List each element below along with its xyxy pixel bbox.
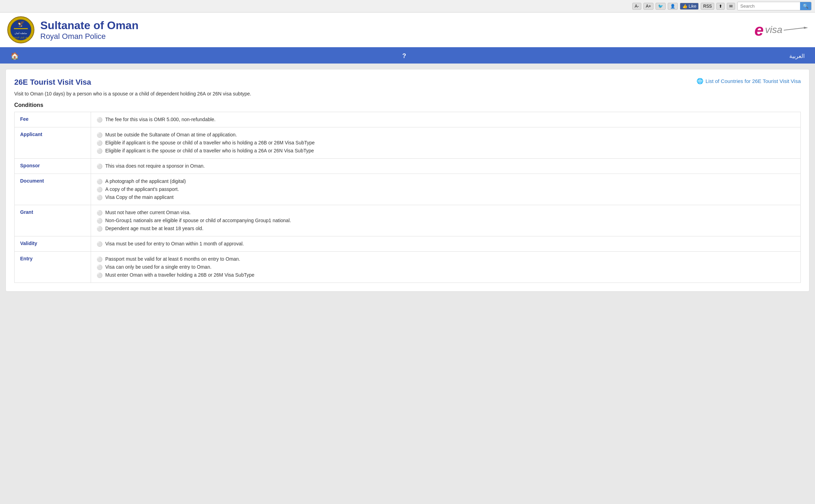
svg-text:سلطنة عُمان: سلطنة عُمان	[15, 32, 27, 35]
evisa-logo: e visa	[755, 20, 808, 40]
font-increase-button[interactable]: A+	[643, 3, 653, 10]
condition-row: Validity⚪Visa must be used for entry to …	[15, 236, 801, 252]
condition-label: Entry	[15, 252, 91, 283]
condition-item-text: Visa can only be used for a single entry…	[105, 264, 212, 270]
nav-bar: 🏠 ? العربية	[0, 48, 815, 64]
condition-item-text: Eligible if applicant is the spouse or c…	[105, 148, 314, 153]
condition-item: ⚪A copy of the applicant's passport.	[97, 185, 795, 193]
bullet-icon: ⚪	[97, 117, 102, 123]
condition-item-text: Non-Group1 nationals are eligible if spo…	[105, 218, 291, 223]
condition-row: Entry⚪Passport must be valid for at leas…	[15, 252, 801, 283]
condition-item: ⚪Visa must be used for entry to Oman wit…	[97, 240, 795, 248]
site-header: 🦅 سلطنة عُمان شرطة عُمان السلطانية Sulta…	[0, 12, 815, 48]
condition-item: ⚪Must be outside the Sultanate of Oman a…	[97, 131, 795, 139]
condition-row: Grant⚪Must not have other current Oman v…	[15, 205, 801, 236]
conditions-heading: Conditions	[14, 102, 801, 108]
search-bar: 🔍	[737, 2, 812, 10]
main-content: 26E Tourist Visit Visa 🌐 List of Countri…	[6, 69, 809, 292]
condition-item: ⚪Passport must be valid for at least 6 m…	[97, 255, 795, 263]
page-header-row: 26E Tourist Visit Visa 🌐 List of Countri…	[14, 78, 801, 87]
condition-content: ⚪Must be outside the Sultanate of Oman a…	[91, 127, 801, 159]
condition-item-text: Visa Copy of the main applicant	[105, 194, 174, 200]
myspace-button[interactable]: 👤	[668, 3, 678, 10]
condition-content: ⚪This visa does not require a sponsor in…	[91, 159, 801, 174]
bullet-icon: ⚪	[97, 140, 102, 146]
condition-label: Applicant	[15, 127, 91, 159]
evisa-e-letter: e	[755, 20, 764, 40]
condition-item: ⚪A photograph of the applicant (digital)	[97, 177, 795, 185]
condition-label: Validity	[15, 236, 91, 252]
svg-text:🦅: 🦅	[17, 20, 25, 27]
bullet-icon: ⚪	[97, 218, 102, 224]
bullet-icon: ⚪	[97, 163, 102, 169]
condition-row: Sponsor⚪This visa does not require a spo…	[15, 159, 801, 174]
condition-item: ⚪Must not have other current Oman visa.	[97, 209, 795, 217]
condition-item: ⚪Visa Copy of the main applicant	[97, 193, 795, 201]
condition-item: ⚪Must enter Oman with a traveller holdin…	[97, 271, 795, 279]
svg-rect-3	[14, 28, 28, 29]
condition-item: ⚪This visa does not require a sponsor in…	[97, 162, 795, 170]
condition-content: ⚪Visa must be used for entry to Oman wit…	[91, 236, 801, 252]
countries-link[interactable]: 🌐 List of Countries for 26E Tourist Visi…	[697, 78, 801, 84]
svg-line-6	[784, 28, 805, 30]
page-description: Visit to Oman (10 days) by a person who …	[14, 91, 801, 96]
font-decrease-button[interactable]: A-	[632, 3, 641, 10]
help-nav-button[interactable]: ?	[399, 49, 410, 63]
top-toolbar: A- A+ 🐦 👤 👍 Like RSS ⬆ ✉ 🔍	[0, 0, 815, 12]
svg-text:شرطة عُمان السلطانية: شرطة عُمان السلطانية	[11, 36, 31, 39]
condition-label: Document	[15, 174, 91, 205]
page-title: 26E Tourist Visit Visa	[14, 78, 91, 87]
condition-item: ⚪The fee for this visa is OMR 5.000, non…	[97, 116, 795, 124]
search-input[interactable]	[738, 2, 800, 10]
header-left: 🦅 سلطنة عُمان شرطة عُمان السلطانية Sulta…	[7, 16, 139, 44]
condition-item-text: Must be outside the Sultanate of Oman at…	[105, 132, 237, 137]
facebook-like-button[interactable]: 👍 Like	[680, 3, 699, 10]
condition-item-text: This visa does not require a sponsor in …	[105, 163, 205, 169]
condition-row: Fee⚪The fee for this visa is OMR 5.000, …	[15, 112, 801, 127]
header-titles: Sultanate of Oman Royal Oman Police	[40, 19, 139, 41]
condition-item-text: The fee for this visa is OMR 5.000, non-…	[105, 117, 216, 122]
countries-link-text: List of Countries for 26E Tourist Visit …	[706, 78, 801, 84]
condition-item-text: A photograph of the applicant (digital)	[105, 178, 186, 184]
twitter-button[interactable]: 🐦	[656, 3, 666, 10]
bullet-icon: ⚪	[97, 264, 102, 270]
condition-label: Grant	[15, 205, 91, 236]
email-button[interactable]: ✉	[727, 3, 735, 10]
condition-content: ⚪A photograph of the applicant (digital)…	[91, 174, 801, 205]
bullet-icon: ⚪	[97, 257, 102, 262]
condition-item: ⚪Non-Group1 nationals are eligible if sp…	[97, 217, 795, 225]
evisa-arrow-icon	[784, 27, 808, 32]
condition-item: ⚪Visa can only be used for a single entr…	[97, 263, 795, 271]
condition-item-text: Visa must be used for entry to Oman with…	[105, 241, 244, 246]
condition-content: ⚪Passport must be valid for at least 6 m…	[91, 252, 801, 283]
condition-item-text: Passport must be valid for at least 6 mo…	[105, 256, 240, 262]
bullet-icon: ⚪	[97, 241, 102, 247]
bullet-icon: ⚪	[97, 148, 102, 154]
condition-item: ⚪Eligible if applicant is the spouse or …	[97, 147, 795, 155]
condition-content: ⚪Must not have other current Oman visa.⚪…	[91, 205, 801, 236]
svg-marker-7	[804, 27, 808, 29]
bullet-icon: ⚪	[97, 210, 102, 216]
rss-button[interactable]: RSS	[701, 3, 714, 10]
conditions-table: Fee⚪The fee for this visa is OMR 5.000, …	[14, 112, 801, 283]
bullet-icon: ⚪	[97, 187, 102, 192]
condition-item: ⚪Eligible if applicant is the spouse or …	[97, 139, 795, 147]
condition-label: Fee	[15, 112, 91, 127]
arabic-language-button[interactable]: العربية	[786, 49, 808, 63]
share-button[interactable]: ⬆	[716, 3, 725, 10]
condition-item-text: Must not have other current Oman visa.	[105, 210, 191, 215]
bullet-icon: ⚪	[97, 179, 102, 184]
search-submit-button[interactable]: 🔍	[800, 2, 811, 10]
home-nav-button[interactable]: 🏠	[7, 48, 23, 64]
bullet-icon: ⚪	[97, 226, 102, 232]
bullet-icon: ⚪	[97, 132, 102, 138]
condition-item: ⚪Dependent age must be at least 18 years…	[97, 225, 795, 233]
condition-item-text: Eligible if applicant is the spouse or c…	[105, 140, 315, 145]
site-subtitle: Royal Oman Police	[40, 32, 139, 41]
condition-row: Applicant⚪Must be outside the Sultanate …	[15, 127, 801, 159]
oman-emblem: 🦅 سلطنة عُمان شرطة عُمان السلطانية	[7, 16, 35, 44]
condition-content: ⚪The fee for this visa is OMR 5.000, non…	[91, 112, 801, 127]
site-title: Sultanate of Oman	[40, 19, 139, 32]
condition-item-text: Dependent age must be at least 18 years …	[105, 226, 204, 231]
bullet-icon: ⚪	[97, 195, 102, 200]
